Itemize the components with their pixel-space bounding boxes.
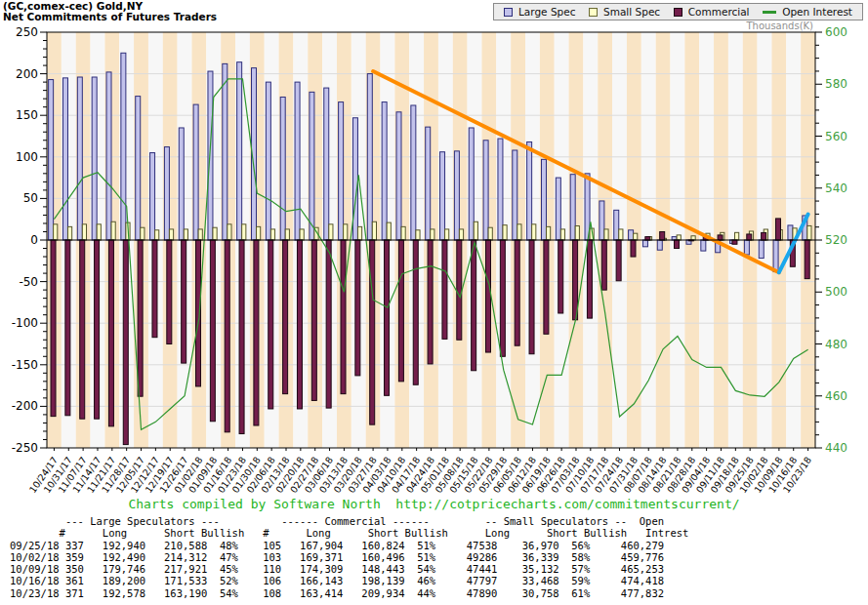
bar-large-spec	[629, 230, 634, 240]
bar-large-spec	[136, 97, 141, 240]
bar-small-spec	[401, 226, 405, 240]
bar-large-spec	[352, 118, 357, 240]
bar-large-spec	[396, 112, 401, 240]
bar-small-spec	[155, 230, 159, 240]
bar-commercial	[210, 240, 215, 422]
bar-commercial	[457, 240, 462, 340]
bar-commercial	[398, 240, 403, 382]
bar-large-spec	[773, 240, 778, 272]
bar-commercial	[413, 240, 418, 384]
bar-small-spec	[257, 226, 261, 240]
bar-commercial	[775, 219, 780, 240]
svg-text:250: 250	[16, 25, 38, 39]
bar-commercial	[138, 240, 143, 396]
bar-small-spec	[503, 225, 507, 240]
bar-small-spec	[141, 227, 145, 240]
svg-text:100: 100	[16, 150, 38, 164]
bar-commercial	[254, 240, 259, 425]
svg-text:460: 460	[825, 389, 847, 403]
bar-commercial	[385, 240, 390, 395]
svg-text:200: 200	[16, 67, 38, 81]
bar-small-spec	[517, 224, 521, 240]
bar-large-spec	[527, 141, 532, 240]
svg-text:-200: -200	[12, 399, 38, 413]
bar-large-spec	[49, 80, 54, 240]
bar-small-spec	[677, 235, 681, 240]
bar-commercial	[297, 240, 302, 409]
bar-large-spec	[411, 105, 416, 240]
bar-small-spec	[67, 226, 71, 240]
bar-commercial	[486, 240, 491, 352]
bar-large-spec	[324, 88, 329, 240]
bar-commercial	[182, 240, 186, 363]
bar-small-spec	[634, 233, 638, 240]
bar-commercial	[805, 240, 809, 279]
bar-small-spec	[198, 229, 202, 240]
bar-large-spec	[498, 139, 503, 240]
svg-text:540: 540	[825, 182, 847, 195]
bar-large-spec	[426, 127, 431, 240]
bar-large-spec	[759, 240, 764, 259]
bar-commercial	[65, 240, 70, 416]
bar-large-spec	[701, 240, 706, 251]
bar-commercial	[370, 240, 375, 424]
bar-small-spec	[184, 229, 187, 240]
bar-small-spec	[82, 224, 86, 240]
bar-commercial	[500, 240, 505, 356]
bar-commercial	[573, 240, 578, 320]
left-axis: -250-200-150-100-50050100150200250	[12, 25, 47, 455]
bar-commercial	[472, 240, 476, 371]
bar-large-spec	[672, 237, 677, 240]
bar-commercial	[225, 240, 229, 432]
bar-small-spec	[242, 224, 246, 240]
bar-large-spec	[339, 102, 344, 240]
svg-text:600: 600	[825, 25, 847, 39]
bar-large-spec	[62, 78, 67, 240]
bar-small-spec	[604, 229, 608, 240]
bar-large-spec	[193, 104, 198, 240]
bar-small-spec	[387, 222, 391, 240]
bar-small-spec	[270, 229, 274, 240]
bar-commercial	[558, 240, 563, 313]
bar-large-spec	[280, 97, 285, 240]
bar-large-spec	[382, 102, 387, 240]
bar-small-spec	[285, 229, 289, 240]
svg-text:500: 500	[825, 285, 847, 299]
bar-small-spec	[213, 227, 217, 240]
bar-commercial	[152, 240, 157, 338]
bar-large-spec	[744, 240, 749, 255]
bar-commercial	[762, 232, 766, 240]
bar-small-spec	[372, 222, 376, 240]
svg-text:-250: -250	[12, 441, 38, 455]
bar-commercial	[95, 240, 100, 419]
bar-large-spec	[614, 210, 619, 240]
bar-small-spec	[691, 236, 695, 240]
bar-commercial	[747, 234, 752, 240]
bar-large-spec	[237, 62, 242, 240]
bar-small-spec	[416, 230, 420, 240]
bar-large-spec	[121, 53, 126, 240]
svg-text:-100: -100	[12, 316, 38, 330]
bar-small-spec	[344, 224, 348, 240]
svg-text:-150: -150	[12, 358, 38, 372]
bar-commercial	[601, 240, 606, 290]
bar-small-spec	[560, 229, 564, 240]
right-axis: 440460480500520540560580600	[815, 25, 847, 455]
bar-small-spec	[329, 224, 333, 240]
bar-commercial	[544, 240, 549, 334]
bar-small-spec	[575, 226, 579, 240]
bar-commercial	[167, 240, 172, 344]
svg-text:0: 0	[30, 233, 38, 247]
bar-small-spec	[54, 224, 58, 240]
bar-commercial	[80, 240, 85, 419]
bar-commercial	[341, 240, 346, 394]
bar-large-spec	[164, 147, 169, 240]
bar-large-spec	[513, 150, 517, 240]
cot-table: --- Large Speculators --- ------ Commerc…	[10, 515, 688, 599]
bar-commercial	[108, 240, 113, 426]
right-axis-title: Thousands(K)	[746, 20, 814, 31]
bar-commercial	[529, 240, 534, 354]
bar-commercial	[616, 240, 621, 281]
svg-text:520: 520	[825, 233, 847, 247]
bar-commercial	[660, 231, 665, 240]
